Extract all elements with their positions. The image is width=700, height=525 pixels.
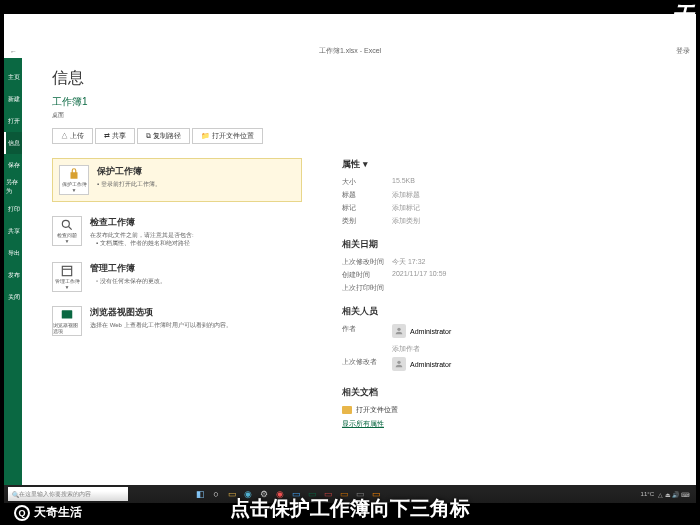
browser-desc: 选择在 Web 上查看此工作簿时用户可以看到的内容。 xyxy=(90,321,302,329)
avatar-icon xyxy=(392,357,406,371)
svg-point-4 xyxy=(397,361,400,364)
tags-value[interactable]: 添加标记 xyxy=(392,203,420,213)
chevron-down-icon: ▼ xyxy=(72,187,77,193)
tags-label: 标记 xyxy=(342,203,392,213)
dates-header: 相关日期 xyxy=(342,238,676,251)
lastmod-value: Administrator xyxy=(410,361,451,368)
page-title: 信息 xyxy=(52,68,676,89)
docs-header: 相关文档 xyxy=(342,386,676,399)
monitor: ← 工作簿1.xlsx - Excel 登录 主页 新建 打开 信息 保存 另存… xyxy=(4,14,696,503)
excel-window: ← 工作簿1.xlsx - Excel 登录 主页 新建 打开 信息 保存 另存… xyxy=(4,44,696,485)
modified-label: 上次修改时间 xyxy=(342,257,392,267)
doc-path: 桌面 xyxy=(52,111,676,120)
manage-workbook-card[interactable]: 管理工作簿 ▼ 管理工作簿 ▫ 没有任何未保存的更改。 xyxy=(52,262,302,292)
backstage-sidebar: 主页 新建 打开 信息 保存 另存为 打印 共享 导出 发布 关闭 xyxy=(4,58,22,485)
manage-title: 管理工作簿 xyxy=(90,262,302,275)
cat-label: 类别 xyxy=(342,216,392,226)
sidebar-info[interactable]: 信息 xyxy=(4,132,22,154)
protect-workbook-card[interactable]: 保护工作簿 ▼ 保护工作簿 ▪ 登录前打开此工作簿。 xyxy=(52,158,302,202)
protect-desc: ▪ 登录前打开此工作簿。 xyxy=(97,180,295,188)
people-header: 相关人员 xyxy=(342,305,676,318)
inspect-bullet: ▪ 文档属性、作者的姓名和绝对路径 xyxy=(96,239,302,248)
chevron-down-icon: ▼ xyxy=(65,238,70,244)
show-all-props-link[interactable]: 显示所有属性 xyxy=(342,419,676,429)
add-author[interactable]: 添加作者 xyxy=(392,344,420,354)
title-label: 标题 xyxy=(342,190,392,200)
modified-value: 今天 17:32 xyxy=(392,257,425,267)
svg-point-3 xyxy=(397,328,400,331)
video-caption: 点击保护工作簿向下三角标 xyxy=(0,491,700,525)
sidebar-open[interactable]: 打开 xyxy=(4,110,22,132)
cat-value[interactable]: 添加类别 xyxy=(392,216,420,226)
size-value: 15.5KB xyxy=(392,177,415,187)
lastmod-label: 上次修改者 xyxy=(342,357,392,374)
size-label: 大小 xyxy=(342,177,392,187)
created-value: 2021/11/17 10:59 xyxy=(392,270,447,280)
svg-rect-1 xyxy=(62,267,71,276)
open-location-link[interactable]: 打开文件位置 xyxy=(342,405,676,415)
browser-view-card[interactable]: 浏览器视图选项 浏览器视图选项 选择在 Web 上查看此工作簿时用户可以看到的内… xyxy=(52,306,302,336)
sidebar-share[interactable]: 共享 xyxy=(4,220,22,242)
author-label: 作者 xyxy=(342,324,392,341)
title-value[interactable]: 添加标题 xyxy=(392,190,420,200)
doc-name: 工作簿1 xyxy=(52,95,676,109)
titlebar: ← 工作簿1.xlsx - Excel 登录 xyxy=(4,44,696,58)
avatar-icon xyxy=(392,324,406,338)
info-page: 信息 工作簿1 桌面 △ 上传 ⇄ 共享 ⧉ 复制路径 📁 打开文件位置 保护工… xyxy=(22,58,696,485)
sidebar-export[interactable]: 导出 xyxy=(4,242,22,264)
back-arrow[interactable]: ← xyxy=(10,48,17,55)
account-label[interactable]: 登录 xyxy=(676,46,690,56)
watermark: Q 天奇生活 xyxy=(14,504,82,521)
lock-icon: 保护工作簿 ▼ xyxy=(59,165,89,195)
author-value: Administrator xyxy=(410,328,451,335)
browser-title: 浏览器视图选项 xyxy=(90,306,302,319)
sidebar-new[interactable]: 新建 xyxy=(4,88,22,110)
created-label: 创建时间 xyxy=(342,270,392,280)
browser-icon: 浏览器视图选项 xyxy=(52,306,82,336)
manage-icon: 管理工作簿 ▼ xyxy=(52,262,82,292)
sidebar-print[interactable]: 打印 xyxy=(4,198,22,220)
printed-label: 上次打印时间 xyxy=(342,283,392,293)
chevron-down-icon: ▼ xyxy=(65,284,70,290)
folder-icon xyxy=(342,406,352,414)
watermark-icon: Q xyxy=(14,505,30,521)
sidebar-home[interactable]: 主页 xyxy=(4,66,22,88)
inspect-workbook-card[interactable]: 检查问题 ▼ 检查工作簿 在发布此文件之前，请注意其是否包含: ▪ 文档属性、作… xyxy=(52,216,302,248)
share-button[interactable]: ⇄ 共享 xyxy=(95,128,135,144)
manage-bullet: ▫ 没有任何未保存的更改。 xyxy=(96,277,302,286)
sidebar-saveas[interactable]: 另存为 xyxy=(4,176,22,198)
svg-rect-2 xyxy=(62,311,73,319)
upload-button[interactable]: △ 上传 xyxy=(52,128,93,144)
inspect-icon: 检查问题 ▼ xyxy=(52,216,82,246)
window-title: 工作簿1.xlsx - Excel xyxy=(319,46,381,56)
props-header[interactable]: 属性 ▾ xyxy=(342,158,676,171)
protect-title: 保护工作簿 xyxy=(97,165,295,178)
svg-point-0 xyxy=(62,220,69,227)
properties-panel: 属性 ▾ 大小15.5KB 标题添加标题 标记添加标记 类别添加类别 相关日期 … xyxy=(342,158,676,441)
openloc-button[interactable]: 📁 打开文件位置 xyxy=(192,128,263,144)
copypath-button[interactable]: ⧉ 复制路径 xyxy=(137,128,190,144)
sidebar-close[interactable]: 关闭 xyxy=(4,286,22,308)
sidebar-publish[interactable]: 发布 xyxy=(4,264,22,286)
inspect-desc: 在发布此文件之前，请注意其是否包含: xyxy=(90,231,302,239)
inspect-title: 检查工作簿 xyxy=(90,216,302,229)
sidebar-save[interactable]: 保存 xyxy=(4,154,22,176)
action-row: △ 上传 ⇄ 共享 ⧉ 复制路径 📁 打开文件位置 xyxy=(52,128,676,144)
